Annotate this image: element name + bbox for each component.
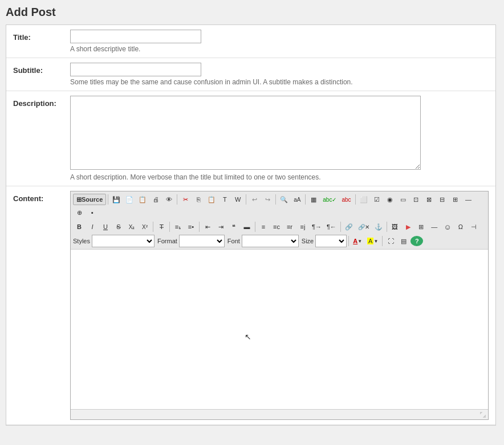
subtitle-input[interactable] (70, 63, 201, 76)
font-dropdown[interactable]: Arial Courier New Times New Roman (242, 235, 299, 247)
size-dropdown[interactable]: 8pt 10pt 12pt 14pt 18pt 24pt 36pt (315, 235, 347, 247)
select-all-button[interactable]: ▦ (307, 193, 320, 206)
copy-button[interactable]: ⎘ (192, 193, 205, 206)
new-button[interactable]: 📄 (123, 193, 136, 206)
bold-icon: B (77, 223, 82, 230)
ltr-icon: ¶→ (312, 223, 322, 230)
pagebreak-button[interactable]: ⊣ (468, 221, 480, 233)
toolbar-row-2: B I U S X₂ X² (72, 220, 487, 234)
separator-r2-2 (169, 222, 170, 232)
align-right-button[interactable]: ≡r (283, 221, 296, 233)
btn1[interactable]: ⊠ (423, 193, 436, 206)
div-button[interactable]: ▬ (241, 221, 253, 233)
help-button[interactable]: ? (410, 236, 423, 246)
select-button[interactable]: ⊡ (410, 193, 422, 206)
removeformat-button[interactable]: T̶ (155, 221, 168, 233)
separator-3 (246, 194, 246, 205)
textfield-button[interactable]: ▭ (397, 193, 409, 206)
form-button[interactable]: ⬜ (357, 193, 370, 206)
align-center-button[interactable]: ≡c (270, 221, 283, 233)
highlight-dropdown-arrow: ▼ (373, 239, 378, 244)
btn6-icon: ▪ (91, 209, 94, 216)
paste-word-button[interactable]: W (231, 193, 244, 206)
template-button[interactable]: 📋 (136, 193, 149, 206)
table-button[interactable]: ⊞ (415, 221, 428, 233)
unlink-icon: 🔗✕ (358, 224, 369, 230)
cut-button[interactable]: ✂ (179, 193, 192, 206)
btn2[interactable]: ⊟ (436, 193, 449, 206)
highlight-button[interactable]: A ▼ (365, 235, 380, 247)
blockquote-icon: ❝ (232, 223, 235, 231)
align-justify-button[interactable]: ≡j (296, 221, 309, 233)
separator-1 (108, 194, 108, 205)
font-color-button[interactable]: A ▼ (351, 235, 364, 247)
source-button[interactable]: ⊞ Source (73, 194, 106, 205)
align-left-button[interactable]: ≡ (257, 221, 270, 233)
subscript-icon: X₂ (129, 224, 135, 230)
maximize-button[interactable]: ⛶ (384, 235, 397, 247)
blockimg-button[interactable]: ▤ (397, 235, 410, 247)
btn3-icon: ⊞ (453, 196, 458, 203)
save-button[interactable]: 💾 (110, 193, 123, 206)
flash-button[interactable]: ▶ (402, 221, 414, 233)
replace-button[interactable]: aA (291, 193, 303, 206)
subtitle-label: Subtitle: (13, 63, 70, 75)
blockquote-button[interactable]: ❝ (227, 221, 240, 233)
italic-button[interactable]: I (86, 221, 99, 233)
ul-button[interactable]: ≡• (185, 221, 197, 233)
bold-button[interactable]: B (73, 221, 86, 233)
preview-button[interactable]: 👁 (162, 193, 175, 206)
find-button[interactable]: 🔍 (278, 193, 290, 206)
subscript-button[interactable]: X₂ (125, 221, 138, 233)
paste-text-button[interactable]: T (218, 193, 231, 206)
paste-button[interactable]: 📋 (205, 193, 218, 206)
toolbar-row-3: Styles Heading 1 Heading 2 Heading 3 Nor… (72, 234, 487, 248)
redo-button[interactable]: ↪ (261, 193, 274, 206)
btn1-icon: ⊠ (426, 196, 432, 203)
special-char-button[interactable]: Ω (454, 221, 467, 233)
outdent-button[interactable]: ⇤ (201, 221, 214, 233)
cut-icon: ✂ (183, 196, 188, 203)
new-icon: 📄 (125, 196, 133, 203)
checkbox-button[interactable]: ☑ (371, 193, 383, 206)
anchor-button[interactable]: ⚓ (372, 221, 385, 233)
btn3[interactable]: ⊞ (449, 193, 462, 206)
smiley-button[interactable]: ☺ (441, 221, 454, 233)
toolbar: ⊞ Source 💾 📄 📋 🖨 (71, 191, 488, 250)
rtl-button[interactable]: ¶← (324, 221, 339, 233)
title-input[interactable] (70, 30, 201, 43)
editor-resize-handle[interactable] (480, 412, 486, 418)
copy-icon: ⎘ (197, 196, 201, 203)
underline-button[interactable]: U (99, 221, 112, 233)
rtl-icon: ¶← (327, 223, 336, 230)
strikethrough-button[interactable]: S (112, 221, 125, 233)
strikethrough-icon: S (116, 223, 120, 230)
print-button[interactable]: 🖨 (149, 193, 162, 206)
styles-dropdown[interactable]: Heading 1 Heading 2 Heading 3 Normal (92, 235, 155, 247)
subtitle-field: Some titles may be the same and cause co… (70, 63, 489, 86)
separator-r3-1 (348, 236, 349, 246)
btn5[interactable]: ⊕ (73, 206, 86, 219)
spellcheck2-icon: abc (342, 197, 351, 203)
description-textarea[interactable] (70, 96, 421, 170)
superscript-button[interactable]: X² (139, 221, 151, 233)
spellcheck-button[interactable]: abc✓ (320, 193, 339, 206)
format-dropdown[interactable]: Paragraph Div Pre (179, 235, 225, 247)
btn4[interactable]: — (462, 193, 475, 206)
font-color-dropdown-arrow: ▼ (357, 239, 362, 244)
radio-button[interactable]: ◉ (384, 193, 396, 206)
separator-r2-6 (387, 222, 387, 232)
image-button[interactable]: 🖼 (389, 221, 401, 233)
btn6[interactable]: ▪ (86, 206, 99, 219)
editor-body[interactable]: ↖ (71, 250, 488, 409)
ol-button[interactable]: ≡₁ (172, 221, 184, 233)
undo-button[interactable]: ↩ (248, 193, 261, 206)
select-icon: ⊡ (413, 196, 418, 203)
ltr-button[interactable]: ¶→ (310, 221, 324, 233)
indent-button[interactable]: ⇥ (214, 221, 227, 233)
spellcheck2-button[interactable]: abc (339, 193, 353, 206)
link-button[interactable]: 🔗 (343, 221, 355, 233)
toolbar-row-1: ⊞ Source 💾 📄 📋 🖨 (72, 193, 487, 219)
hline-button[interactable]: — (428, 221, 441, 233)
unlink-button[interactable]: 🔗✕ (356, 221, 372, 233)
